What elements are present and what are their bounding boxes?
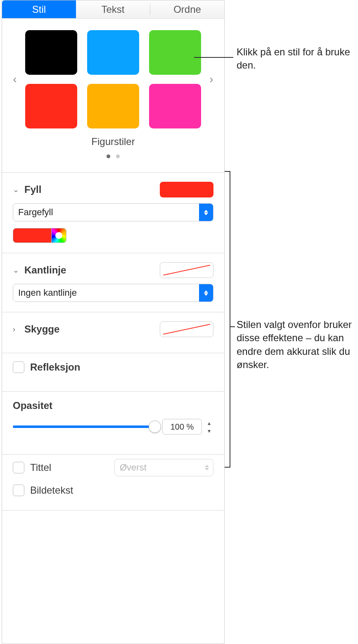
- reflection-label: Refleksjon: [30, 361, 80, 373]
- format-inspector-panel: Stil Tekst Ordne ‹ › Figurstiler ⌄: [2, 0, 225, 644]
- opacity-slider[interactable]: [13, 425, 155, 428]
- page-dot-1[interactable]: [107, 154, 110, 158]
- divider: [2, 510, 224, 511]
- inspector-tabs: Stil Tekst Ordne: [2, 0, 224, 19]
- shape-styles-grid: [25, 30, 201, 128]
- popup-arrows-icon: [199, 204, 213, 221]
- styles-prev-icon[interactable]: ‹: [10, 73, 19, 86]
- stroke-preview-none[interactable]: [160, 262, 213, 278]
- stepper-down-icon[interactable]: ▾: [204, 427, 213, 435]
- stroke-title: Kantlinje: [24, 264, 156, 276]
- title-position-popup-disabled: Øverst: [114, 459, 213, 476]
- opacity-title: Opasitet: [13, 400, 213, 411]
- shadow-section: › Skygge: [2, 312, 224, 353]
- callout-leader-line: [194, 57, 233, 58]
- page-dot-2[interactable]: [116, 154, 120, 158]
- tab-text[interactable]: Tekst: [76, 0, 150, 18]
- tab-arrange[interactable]: Ordne: [150, 0, 224, 18]
- color-wheel-icon[interactable]: [52, 228, 66, 243]
- shadow-preview-none[interactable]: [160, 321, 213, 337]
- shape-styles-label: Figurstiler: [10, 136, 216, 147]
- reflection-section: Refleksjon: [2, 353, 224, 392]
- fill-color-row: [13, 228, 213, 243]
- style-swatch-blue[interactable]: [87, 30, 139, 75]
- fill-type-label: Fargefyll: [13, 207, 199, 218]
- chevron-right-icon[interactable]: ›: [13, 325, 20, 334]
- title-checkbox[interactable]: [13, 462, 24, 473]
- title-caption-section: Tittel Øverst Bildetekst: [2, 455, 224, 520]
- styles-page-dots: [10, 150, 216, 161]
- opacity-stepper: 100 % ▴ ▾: [162, 419, 213, 435]
- chevron-down-icon[interactable]: ⌄: [13, 266, 20, 275]
- style-swatch-red[interactable]: [25, 84, 77, 128]
- style-swatch-pink[interactable]: [149, 84, 201, 128]
- caption-label: Bildetekst: [30, 485, 73, 496]
- title-label: Tittel: [30, 462, 51, 473]
- tab-style[interactable]: Stil: [2, 0, 76, 18]
- fill-color-well[interactable]: [13, 228, 52, 243]
- opacity-section: Opasitet 100 % ▴ ▾: [2, 392, 224, 455]
- popup-arrows-icon: [199, 284, 213, 302]
- callout-effects: Stilen valgt ovenfor bruker disse effekt…: [237, 318, 358, 372]
- styles-next-icon[interactable]: ›: [207, 73, 216, 86]
- opacity-value-field[interactable]: 100 %: [162, 419, 202, 435]
- style-swatch-black[interactable]: [25, 30, 77, 75]
- stroke-type-label: Ingen kantlinje: [13, 288, 199, 298]
- popup-arrows-icon: [205, 465, 209, 471]
- style-swatch-green[interactable]: [149, 30, 201, 75]
- stroke-section: ⌄ Kantlinje Ingen kantlinje: [2, 253, 224, 312]
- stepper-up-icon[interactable]: ▴: [204, 419, 213, 427]
- caption-checkbox[interactable]: [13, 485, 24, 496]
- chevron-down-icon[interactable]: ⌄: [13, 185, 20, 194]
- callout-leader-line: [230, 326, 235, 327]
- slider-thumb[interactable]: [149, 421, 161, 433]
- fill-type-popup[interactable]: Fargefyll: [13, 203, 213, 221]
- fill-preview[interactable]: [160, 182, 213, 197]
- title-position-value: Øverst: [120, 462, 147, 473]
- stroke-type-popup[interactable]: Ingen kantlinje: [13, 284, 213, 302]
- callout-bracket: [230, 171, 230, 468]
- shape-styles-area: ‹ › Figurstiler: [2, 19, 224, 165]
- shadow-title: Skygge: [24, 323, 156, 335]
- reflection-checkbox[interactable]: [13, 361, 24, 373]
- style-swatch-orange[interactable]: [87, 84, 139, 128]
- callout-styles: Klikk på en stil for å bruke den.: [237, 45, 358, 72]
- fill-title: Fyll: [24, 184, 156, 195]
- fill-section: ⌄ Fyll Fargefyll: [2, 173, 224, 253]
